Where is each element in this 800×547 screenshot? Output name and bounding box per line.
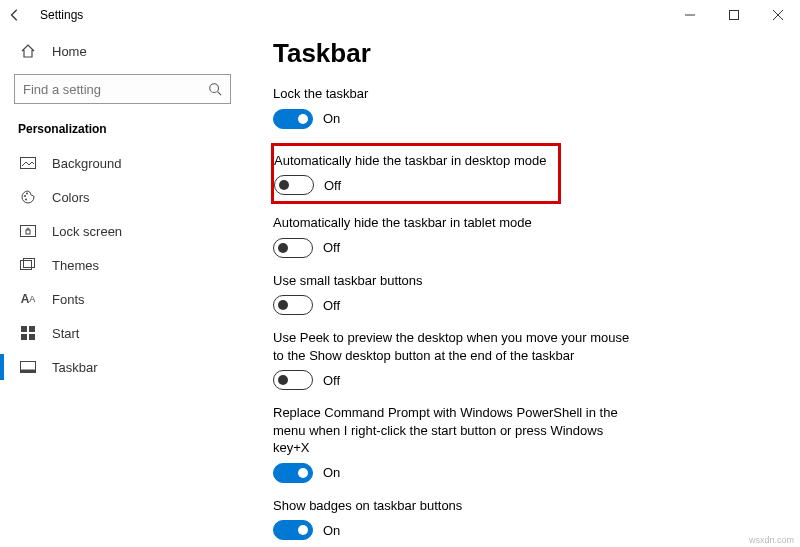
setting-row: Automatically hide the taskbar in deskto… bbox=[271, 143, 561, 205]
lockscreen-icon bbox=[18, 225, 38, 237]
svg-point-2 bbox=[210, 84, 219, 93]
toggle-row: On bbox=[273, 463, 800, 483]
sidebar-item-label: Background bbox=[52, 156, 121, 171]
toggle-switch[interactable] bbox=[274, 175, 314, 195]
sidebar-item-label: Themes bbox=[52, 258, 99, 273]
svg-rect-15 bbox=[29, 334, 35, 340]
toggle-knob bbox=[279, 180, 289, 190]
sidebar-section-header: Personalization bbox=[0, 114, 245, 146]
content-pane: Taskbar Lock the taskbarOnAutomatically … bbox=[245, 30, 800, 547]
toggle-state-label: Off bbox=[323, 298, 340, 313]
toggle-row: On bbox=[273, 520, 800, 540]
sidebar-item-background[interactable]: Background bbox=[0, 146, 245, 180]
palette-icon bbox=[18, 189, 38, 205]
page-heading: Taskbar bbox=[273, 38, 800, 69]
sidebar-item-lockscreen[interactable]: Lock screen bbox=[0, 214, 245, 248]
search-input-wrapper[interactable] bbox=[14, 74, 231, 104]
toggle-switch[interactable] bbox=[273, 463, 313, 483]
toggle-knob bbox=[298, 468, 308, 478]
back-button[interactable] bbox=[8, 8, 32, 22]
toggle-row: Off bbox=[273, 238, 800, 258]
close-button[interactable] bbox=[756, 0, 800, 30]
toggle-switch[interactable] bbox=[273, 109, 313, 129]
sidebar-item-label: Start bbox=[52, 326, 79, 341]
svg-rect-1 bbox=[730, 11, 739, 20]
toggle-state-label: Off bbox=[323, 373, 340, 388]
setting-row: Show badges on taskbar buttonsOn bbox=[273, 497, 800, 541]
svg-rect-9 bbox=[26, 230, 30, 234]
setting-row: Lock the taskbarOn bbox=[273, 85, 800, 129]
setting-label: Show badges on taskbar buttons bbox=[273, 497, 633, 515]
sidebar-item-taskbar[interactable]: Taskbar bbox=[0, 350, 245, 384]
toggle-switch[interactable] bbox=[273, 295, 313, 315]
themes-icon bbox=[18, 258, 38, 272]
toggle-state-label: Off bbox=[324, 178, 341, 193]
toggle-knob bbox=[278, 243, 288, 253]
toggle-row: Off bbox=[273, 295, 800, 315]
minimize-button[interactable] bbox=[668, 0, 712, 30]
window-controls bbox=[668, 0, 800, 30]
search-icon bbox=[208, 82, 222, 96]
setting-label: Automatically hide the taskbar in deskto… bbox=[274, 152, 550, 170]
svg-rect-8 bbox=[21, 226, 36, 237]
svg-point-5 bbox=[24, 195, 26, 197]
toggle-state-label: On bbox=[323, 465, 340, 480]
toggle-knob bbox=[278, 300, 288, 310]
toggle-state-label: Off bbox=[323, 240, 340, 255]
setting-row: Use Peek to preview the desktop when you… bbox=[273, 329, 800, 390]
setting-label: Replace Command Prompt with Windows Powe… bbox=[273, 404, 633, 457]
toggle-switch[interactable] bbox=[273, 520, 313, 540]
sidebar-item-label: Colors bbox=[52, 190, 90, 205]
window-title: Settings bbox=[32, 8, 83, 22]
sidebar-item-colors[interactable]: Colors bbox=[0, 180, 245, 214]
sidebar-home[interactable]: Home bbox=[0, 34, 245, 68]
sidebar-item-label: Lock screen bbox=[52, 224, 122, 239]
svg-rect-12 bbox=[21, 326, 27, 332]
fonts-icon: AA bbox=[18, 292, 38, 306]
search-input[interactable] bbox=[23, 82, 208, 97]
toggle-state-label: On bbox=[323, 111, 340, 126]
maximize-button[interactable] bbox=[712, 0, 756, 30]
sidebar-item-start[interactable]: Start bbox=[0, 316, 245, 350]
setting-label: Use small taskbar buttons bbox=[273, 272, 633, 290]
svg-point-6 bbox=[26, 193, 28, 195]
setting-row: Use small taskbar buttonsOff bbox=[273, 272, 800, 316]
image-icon bbox=[18, 157, 38, 169]
toggle-knob bbox=[298, 114, 308, 124]
toggle-knob bbox=[278, 375, 288, 385]
taskbar-icon bbox=[18, 361, 38, 373]
svg-point-7 bbox=[25, 199, 27, 201]
toggle-state-label: On bbox=[323, 523, 340, 538]
svg-rect-11 bbox=[24, 259, 35, 268]
sidebar-item-label: Fonts bbox=[52, 292, 85, 307]
setting-label: Automatically hide the taskbar in tablet… bbox=[273, 214, 633, 232]
svg-rect-13 bbox=[29, 326, 35, 332]
svg-rect-14 bbox=[21, 334, 27, 340]
setting-label: Use Peek to preview the desktop when you… bbox=[273, 329, 633, 364]
toggle-knob bbox=[298, 525, 308, 535]
titlebar: Settings bbox=[0, 0, 800, 30]
watermark: wsxdn.com bbox=[749, 535, 794, 545]
setting-label: Lock the taskbar bbox=[273, 85, 633, 103]
toggle-switch[interactable] bbox=[273, 370, 313, 390]
setting-row: Automatically hide the taskbar in tablet… bbox=[273, 214, 800, 258]
sidebar-item-themes[interactable]: Themes bbox=[0, 248, 245, 282]
sidebar-home-label: Home bbox=[52, 44, 87, 59]
svg-rect-17 bbox=[21, 370, 36, 373]
setting-row: Replace Command Prompt with Windows Powe… bbox=[273, 404, 800, 483]
svg-line-3 bbox=[218, 92, 222, 96]
toggle-row: On bbox=[273, 109, 800, 129]
sidebar-item-label: Taskbar bbox=[52, 360, 98, 375]
toggle-row: Off bbox=[273, 370, 800, 390]
svg-rect-10 bbox=[21, 261, 32, 270]
toggle-switch[interactable] bbox=[273, 238, 313, 258]
start-icon bbox=[18, 326, 38, 340]
toggle-row: Off bbox=[274, 175, 550, 195]
home-icon bbox=[18, 43, 38, 59]
sidebar-item-fonts[interactable]: AA Fonts bbox=[0, 282, 245, 316]
sidebar: Home Personalization Background Colors L… bbox=[0, 30, 245, 547]
